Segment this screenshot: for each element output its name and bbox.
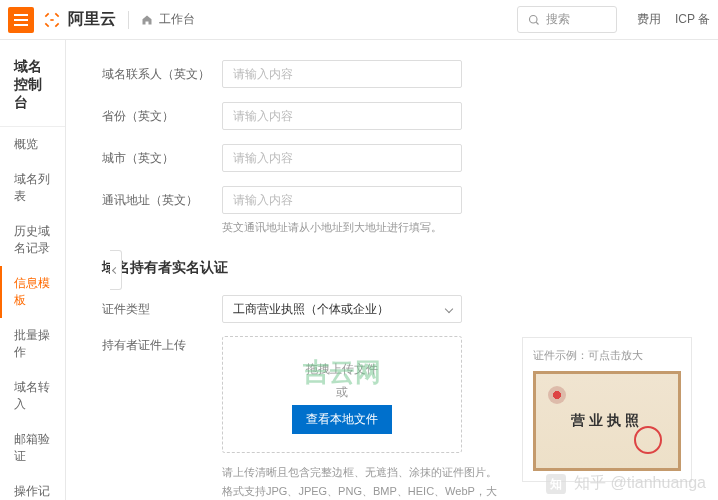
header-link-fee[interactable]: 费用 [637,11,661,28]
label-address: 通讯地址（英文） [102,192,222,209]
select-cert-type[interactable] [222,295,462,323]
search-icon [528,14,540,26]
header-link-icp[interactable]: ICP 备 [675,11,710,28]
nav-oplog[interactable]: 操作记录 [0,474,65,500]
sidebar-collapse[interactable] [110,250,122,290]
cert-example[interactable]: 证件示例：可点击放大 营业执照 [522,337,692,482]
logo[interactable]: 阿里云 [42,9,116,30]
cert-sample-image: 营业执照 [533,371,681,471]
input-contact[interactable] [222,60,462,88]
nav-info-template[interactable]: 信息模板 [0,266,65,318]
browse-button[interactable]: 查看本地文件 [292,405,392,434]
upload-dropzone[interactable]: 吉云网 拖拽上传文件 或 查看本地文件 [222,336,462,453]
nav-email[interactable]: 邮箱验证 [0,422,65,474]
input-city[interactable] [222,144,462,172]
label-city: 城市（英文） [102,150,222,167]
upload-or: 或 [233,384,451,401]
content: 域名联系人（英文） 省份（英文） 城市（英文） 通讯地址（英文） 英文通讯地址请… [66,40,718,500]
label-upload: 持有者证件上传 [102,337,222,354]
sidebar-title: 域名控制台 [0,50,65,127]
svg-text:知: 知 [549,477,562,490]
nav-domain-list[interactable]: 域名列表 [0,162,65,214]
svg-line-2 [536,22,538,24]
upload-drag-text: 拖拽上传文件 [233,361,451,378]
search-input[interactable]: 搜索 [517,6,617,33]
upload-hints: 请上传清晰且包含完整边框、无遮挡、涂抹的证件图片。 格式支持JPG、JPEG、P… [222,463,502,500]
nav-transfer[interactable]: 域名转入 [0,370,65,422]
svg-point-1 [529,15,537,23]
address-hint: 英文通讯地址请从小地址到大地址进行填写。 [222,220,692,235]
sidebar: 域名控制台 概览 域名列表 历史域名记录 信息模板 批量操作 域名转入 邮箱验证… [0,40,66,500]
label-contact: 域名联系人（英文） [102,66,222,83]
brand-text: 阿里云 [68,9,116,30]
auth-section-title: 域名持有者实名认证 [102,259,692,277]
menu-toggle[interactable] [8,7,34,33]
input-province[interactable] [222,102,462,130]
home-icon [141,14,153,26]
example-title: 证件示例：可点击放大 [533,348,681,363]
nav-history[interactable]: 历史域名记录 [0,214,65,266]
nav-bulk[interactable]: 批量操作 [0,318,65,370]
input-address[interactable] [222,186,462,214]
label-cert-type: 证件类型 [102,301,222,318]
nav-overview[interactable]: 概览 [0,127,65,162]
workbench-link[interactable]: 工作台 [141,11,195,28]
svg-rect-0 [50,19,53,21]
label-province: 省份（英文） [102,108,222,125]
zhihu-watermark: 知 知乎 @tianhuanga [546,473,706,494]
